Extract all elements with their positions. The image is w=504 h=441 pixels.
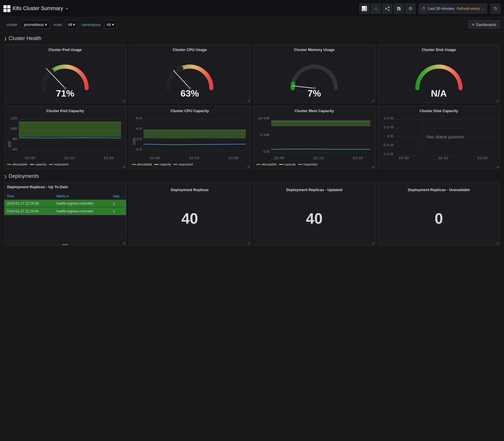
svg-text:22:10: 22:10 — [64, 157, 75, 160]
clock-icon: ⏱ — [422, 6, 426, 11]
deployment-panels: Deployment Replicas - Up To Date Time Me… — [4, 182, 500, 246]
svg-text:22:20: 22:20 — [228, 157, 238, 160]
legend-requested: requested — [49, 163, 68, 166]
panel-corner-icon — [372, 165, 374, 168]
legend-allocatable: allocatable — [7, 163, 28, 166]
legend-capacity: capacity — [30, 163, 47, 166]
cluster-memory-usage-panel: Cluster Memory Usage — [253, 44, 376, 103]
main-content: ❯ Cluster Health Cluster Pod Usage — [0, 32, 504, 249]
favorite-button[interactable]: ☆ — [371, 3, 381, 14]
deployments-section-header[interactable]: ❯ Deployments — [4, 173, 500, 179]
col-time[interactable]: Time — [4, 193, 54, 200]
panel-corner-icon — [496, 165, 499, 168]
deployments-section: ❯ Deployments Deployment Replicas - Up T… — [4, 173, 500, 246]
svg-text:No data points: No data points — [426, 135, 464, 139]
legend-capacity: capacity — [154, 163, 171, 166]
refresh-button[interactable]: ↻ — [490, 3, 501, 14]
mem-capacity-legend: allocatable capacity requested — [256, 163, 372, 166]
deployment-replicas-title: Deployment Replicas — [132, 185, 248, 192]
deployments-title: Deployments — [9, 173, 39, 179]
namespace-dropdown[interactable]: All ▾ — [104, 20, 117, 29]
legend-requested: requested — [173, 163, 193, 166]
svg-text:22:00: 22:00 — [399, 157, 409, 160]
svg-text:-0.5 B: -0.5 B — [382, 144, 393, 147]
svg-text:pods: pods — [7, 141, 12, 147]
panel-corner-icon — [247, 165, 249, 168]
requested-label: requested — [303, 163, 317, 166]
cell-value: 1 — [111, 200, 126, 208]
cluster-cpu-usage-value: 63% — [181, 88, 199, 99]
cluster-disk-usage-value: N/A — [431, 88, 447, 99]
cluster-disk-usage-gauge: N/A — [381, 54, 497, 100]
svg-text:22:00: 22:00 — [274, 157, 284, 160]
cluster-disk-usage-panel: Cluster Disk Usage N/A — [378, 44, 500, 103]
time-label: Last 30 minutes — [428, 6, 454, 11]
capacity-color — [279, 164, 283, 165]
cell-time: 2019-01-27 22:29:58 — [4, 200, 54, 208]
settings-button[interactable]: ⚙ — [405, 3, 416, 14]
save-button[interactable] — [394, 3, 404, 14]
namespace-filter-label: namespace — [79, 21, 102, 28]
logo-grid-icon — [3, 5, 10, 12]
time-range-picker[interactable]: ⏱ Last 30 minutes Refresh every ... — [418, 3, 487, 14]
cell-metric: traefik-ingress-controller — [54, 208, 111, 215]
col-value[interactable]: Valu — [111, 193, 126, 200]
allocatable-label: allocatable — [137, 163, 152, 166]
cluster-memory-usage-gauge: 7% — [256, 54, 372, 100]
cluster-health-section-header[interactable]: ❯ Cluster Health — [4, 35, 500, 42]
svg-line-0 — [46, 69, 65, 88]
svg-text:120: 120 — [10, 117, 17, 120]
cluster-memory-usage-value: 7% — [308, 88, 321, 99]
svg-text:22:10: 22:10 — [313, 157, 324, 160]
deployment-replicas-updated-panel: Deployment Replicas - Updated 40 — [253, 182, 376, 246]
cluster-pod-capacity-title: Cluster Pod Capacity — [7, 109, 123, 113]
topbar-icons: 📊 ☆ ⚙ — [359, 3, 416, 14]
legend-allocatable: allocatable — [132, 163, 152, 166]
svg-text:0 B: 0 B — [387, 135, 393, 138]
requested-color — [298, 164, 302, 165]
capacity-label: capacity — [284, 163, 296, 166]
panel-corner-icon — [372, 99, 374, 102]
deployment-replicas-unavailable-title: Deployment Replicas - Unavailable — [381, 185, 497, 192]
panel-corner-icon — [247, 99, 249, 102]
allocatable-label: allocatable — [262, 163, 277, 166]
svg-text:5 GB: 5 GB — [260, 133, 270, 137]
datasource-dropdown[interactable]: prometheus ▾ — [21, 20, 50, 29]
table-row[interactable]: 2019-01-27 22:29:58 traefik-ingress-cont… — [4, 200, 126, 208]
capacity-color — [154, 164, 158, 165]
node-dropdown[interactable]: All ▾ — [65, 20, 78, 29]
title-chevron-icon[interactable]: ▾ — [66, 7, 68, 11]
svg-text:1.0 B: 1.0 B — [384, 117, 393, 120]
namespace-value: All — [107, 22, 111, 27]
add-panel-button[interactable]: 📊 — [359, 3, 370, 14]
requested-color — [173, 164, 177, 165]
scrollbar-thumb[interactable] — [62, 244, 68, 245]
share-button[interactable] — [382, 3, 393, 14]
cluster-pod-capacity-chart: 120 100 80 60 pods — [7, 115, 123, 161]
svg-text:10 GB: 10 GB — [258, 117, 270, 120]
col-metric[interactable]: Metric ▾ — [54, 193, 111, 200]
cluster-mem-capacity-panel: Cluster Mem Capacity 10 GB 5 GB 0 B 22:0… — [253, 105, 376, 169]
datasource-chevron-icon: ▾ — [45, 22, 47, 27]
svg-line-4 — [293, 86, 314, 88]
deployment-replicas-uptd-table: Time Metric ▾ Valu 2019-01-27 2 — [4, 193, 126, 215]
dashboards-button[interactable]: ≡ Dashboards — [468, 20, 500, 29]
cluster-filter-tag[interactable]: cluster — [4, 21, 20, 28]
deployment-replicas-value: 40 — [181, 194, 198, 242]
svg-text:3.0: 3.0 — [136, 137, 142, 141]
node-filter-label: node — [52, 21, 64, 28]
panel-corner-icon — [247, 242, 249, 244]
table-row[interactable]: 2019-01-27 22:29:58 traefik-ingress-cont… — [4, 208, 126, 215]
svg-text:80: 80 — [13, 137, 17, 141]
section-chevron-icon: ❯ — [4, 37, 7, 41]
svg-text:-1.0 B: -1.0 B — [382, 152, 393, 156]
panel-corner-icon — [123, 99, 125, 102]
deployment-replicas-updated-title: Deployment Replicas - Updated — [256, 185, 372, 192]
cluster-disk-capacity-panel: Cluster Disk Capacity 1.0 B 0.5 B 0 B -0… — [378, 105, 500, 169]
allocatable-color — [256, 164, 260, 165]
cluster-pod-usage-panel: Cluster Pod Usage — [4, 44, 126, 103]
svg-text:22:10: 22:10 — [438, 157, 448, 160]
legend-requested: requested — [298, 163, 317, 166]
cluster-memory-usage-title: Cluster Memory Usage — [256, 48, 372, 52]
requested-label: requested — [54, 163, 68, 166]
